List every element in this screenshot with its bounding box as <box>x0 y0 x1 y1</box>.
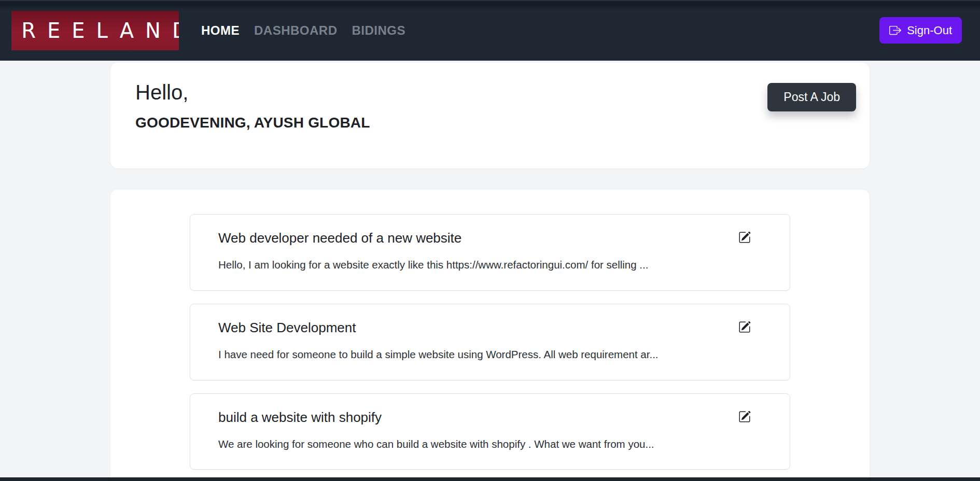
job-description: We are looking for someone who can build… <box>218 437 772 451</box>
job-card: build a website with shopify We are look… <box>190 393 790 470</box>
nav-links: HOME DASHBOARD BIDINGS <box>201 23 405 38</box>
edit-job-icon[interactable] <box>738 321 751 333</box>
greeting-username: GOODEVENING, AYUSH GLOBAL <box>135 115 370 131</box>
jobs-panel: Web developer needed of a new website He… <box>110 190 870 481</box>
greeting-text-block: Hello, GOODEVENING, AYUSH GLOBAL <box>135 80 370 131</box>
greeting-card: Hello, GOODEVENING, AYUSH GLOBAL Post A … <box>110 63 870 168</box>
post-a-job-button[interactable]: Post A Job <box>767 83 856 111</box>
edit-job-icon[interactable] <box>738 231 751 244</box>
top-navbar: FREELAND HOME DASHBOARD BIDINGS Sign-Out <box>0 0 980 61</box>
job-title: Web Site Development <box>218 320 356 336</box>
sign-out-button[interactable]: Sign-Out <box>879 17 962 44</box>
job-card-header: Web Site Development <box>218 320 772 336</box>
job-card: Web Site Development I have need for som… <box>190 304 790 380</box>
nav-item-home[interactable]: HOME <box>201 23 240 38</box>
job-description: I have need for someone to build a simpl… <box>218 348 772 361</box>
job-card-header: build a website with shopify <box>218 409 772 426</box>
nav-item-bidings[interactable]: BIDINGS <box>352 23 406 38</box>
job-description: Hello, I am looking for a website exactl… <box>218 258 772 272</box>
brand-logo[interactable]: FREELAND <box>11 11 179 50</box>
footer-bar <box>0 477 980 481</box>
job-card: Web developer needed of a new website He… <box>190 214 790 291</box>
sign-out-label: Sign-Out <box>907 24 952 37</box>
nav-item-dashboard[interactable]: DASHBOARD <box>254 23 338 38</box>
main-content: Hello, GOODEVENING, AYUSH GLOBAL Post A … <box>110 63 870 481</box>
job-title: Web developer needed of a new website <box>218 230 461 246</box>
job-title: build a website with shopify <box>218 409 382 426</box>
sign-out-icon <box>889 24 901 36</box>
job-card-header: Web developer needed of a new website <box>218 230 772 246</box>
greeting-hello: Hello, <box>135 80 370 104</box>
edit-job-icon[interactable] <box>738 411 751 423</box>
